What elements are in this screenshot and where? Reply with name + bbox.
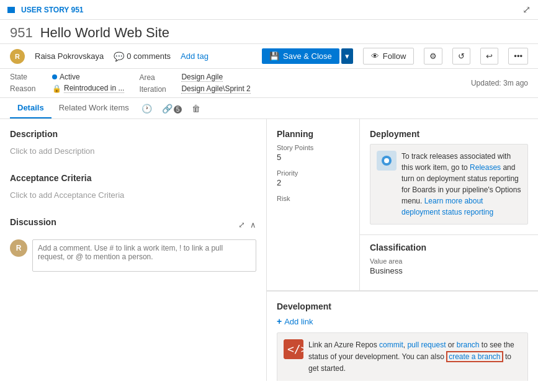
reason-value: 🔒 Reintroduced in ... (52, 84, 124, 93)
area-label: Area (139, 73, 176, 82)
author-name: Raisa Pokrovskaya (35, 51, 104, 61)
risk-group: Risk (277, 195, 349, 202)
save-group: 💾 Save & Close ▾ (262, 48, 353, 64)
branch-link[interactable]: branch (457, 341, 480, 349)
iteration-label: Iteration (139, 85, 176, 94)
tabs-bar: Details Related Work items 🕐 🔗5 🗑 (0, 98, 538, 119)
right-panel: Planning Story Points 5 Priority 2 Risk (267, 119, 538, 381)
state-label: State (10, 73, 47, 81)
iteration-value: Design Agile\Sprint 2 (181, 84, 250, 94)
main-content: Description Click to add Description Acc… (0, 119, 538, 381)
svg-text:</>: </> (287, 342, 303, 355)
comment-icon: 💬 (114, 51, 124, 61)
state-dot (52, 74, 57, 79)
avatar-initials: R (15, 53, 20, 60)
description-placeholder[interactable]: Click to add Description (10, 144, 256, 158)
top-row: Planning Story Points 5 Priority 2 Risk (267, 119, 538, 291)
releases-link[interactable]: Releases (470, 163, 501, 172)
left-panel: Description Click to add Description Acc… (0, 119, 267, 381)
collapse-discussion-icon[interactable]: ∧ (250, 220, 256, 229)
state-text[interactable]: Active (60, 73, 80, 81)
development-box: </> Link an Azure Repos commit, pull req… (277, 332, 528, 381)
state-row: State Active (10, 73, 124, 81)
add-link-button[interactable]: + Add link (277, 316, 528, 326)
right-column: Deployment To track releases associ (360, 119, 538, 290)
tab-links[interactable]: 🔗5 (157, 99, 187, 118)
svg-point-2 (384, 158, 389, 163)
expand-discussion-icon[interactable]: ⤢ (238, 220, 245, 229)
story-points-value[interactable]: 5 (277, 153, 349, 162)
priority-value[interactable]: 2 (277, 178, 349, 187)
comments-button[interactable]: 💬 0 comments (114, 51, 171, 61)
iteration-text[interactable]: Design Agile\Sprint 2 (181, 84, 250, 94)
tab-details[interactable]: Details (10, 98, 52, 118)
deployment-box: To track releases associated with this w… (370, 144, 528, 225)
priority-label: Priority (277, 169, 349, 177)
development-icon: </> (284, 339, 303, 359)
value-area-label: Value area (370, 257, 528, 265)
pull-request-link[interactable]: pull request (407, 341, 446, 349)
discussion-header: Discussion ⤢ ∧ (10, 217, 256, 232)
classification-title: Classification (370, 243, 528, 252)
dev-desc3: or (446, 341, 456, 349)
state-value: Active (52, 73, 80, 81)
deployment-section: Deployment To track releases associ (360, 119, 538, 234)
updated-time: Updated: 3m ago (471, 79, 528, 87)
reason-row: Reason 🔒 Reintroduced in ... (10, 84, 124, 93)
user-avatar: R (10, 239, 27, 257)
commit-link[interactable]: commit (379, 341, 403, 349)
area-value: Design Agile (181, 73, 223, 82)
state-group: State Active Reason 🔒 Reintroduced in ..… (10, 73, 124, 93)
deployment-title: Deployment (370, 129, 528, 139)
value-area-group: Value area Business (370, 257, 528, 275)
meta-bar: State Active Reason 🔒 Reintroduced in ..… (0, 69, 538, 98)
discussion-section: Discussion ⤢ ∧ R (10, 217, 256, 272)
tab-related[interactable]: Related Work items (52, 98, 137, 118)
area-row: Area Design Agile (139, 73, 250, 82)
create-branch-link[interactable]: create a branch (446, 351, 503, 362)
links-badge: 5 (174, 105, 182, 114)
refresh-button[interactable]: ↺ (452, 48, 470, 65)
comment-box: R (10, 239, 256, 272)
breadcrumb-link[interactable]: USER STORY 951 (21, 6, 84, 14)
tab-attachments[interactable]: 🗑 (187, 99, 205, 118)
add-link-label: Add link (284, 317, 313, 326)
comment-input[interactable] (32, 239, 256, 272)
save-dropdown-button[interactable]: ▾ (341, 48, 353, 64)
development-section: Development + Add link </> Link an Azure… (267, 291, 538, 381)
risk-label: Risk (277, 195, 349, 202)
reason-text[interactable]: Reintroduced in ... (64, 84, 124, 93)
add-tag-button[interactable]: Add tag (181, 51, 208, 61)
story-points-group: Story Points 5 (277, 144, 349, 162)
more-button[interactable]: ••• (508, 48, 528, 65)
expand-icon[interactable]: ⤢ (522, 4, 531, 16)
follow-label: Follow (383, 51, 406, 61)
lock-icon: 🔒 (52, 84, 61, 93)
tab-history[interactable]: 🕐 (137, 99, 157, 118)
area-text[interactable]: Design Agile (181, 73, 223, 82)
classification-section: Classification Value area Business (360, 234, 538, 290)
work-title[interactable]: Hello World Web Site (40, 25, 169, 41)
development-title: Development (277, 301, 528, 311)
discussion-icons: ⤢ ∧ (238, 220, 256, 229)
story-points-label: Story Points (277, 144, 349, 151)
area-group: Area Design Agile Iteration Design Agile… (139, 73, 250, 94)
deployment-icon (377, 151, 397, 171)
top-bar: USER STORY 951 ⤢ (0, 0, 538, 20)
planning-section: Planning Story Points 5 Priority 2 Risk (267, 119, 360, 290)
development-text: Link an Azure Repos commit, pull request… (308, 339, 521, 375)
action-bar: R Raisa Pokrovskaya 💬 0 comments Add tag… (0, 44, 538, 69)
plus-icon: + (277, 316, 282, 326)
acceptance-section: Acceptance Criteria Click to add Accepta… (10, 173, 256, 202)
work-id: 951 (10, 25, 33, 41)
acceptance-placeholder[interactable]: Click to add Acceptance Criteria (10, 188, 256, 202)
save-close-button[interactable]: 💾 Save & Close (262, 48, 339, 64)
dev-desc1: Link an Azure Repos (308, 341, 379, 349)
description-section: Description Click to add Description (10, 129, 256, 158)
settings-button[interactable]: ⚙ (424, 48, 442, 65)
value-area-value[interactable]: Business (370, 266, 528, 275)
follow-button[interactable]: 👁 Follow (363, 48, 415, 65)
eye-icon: 👁 (371, 51, 379, 61)
acceptance-title: Acceptance Criteria (10, 173, 256, 183)
undo-button[interactable]: ↩ (480, 48, 498, 65)
